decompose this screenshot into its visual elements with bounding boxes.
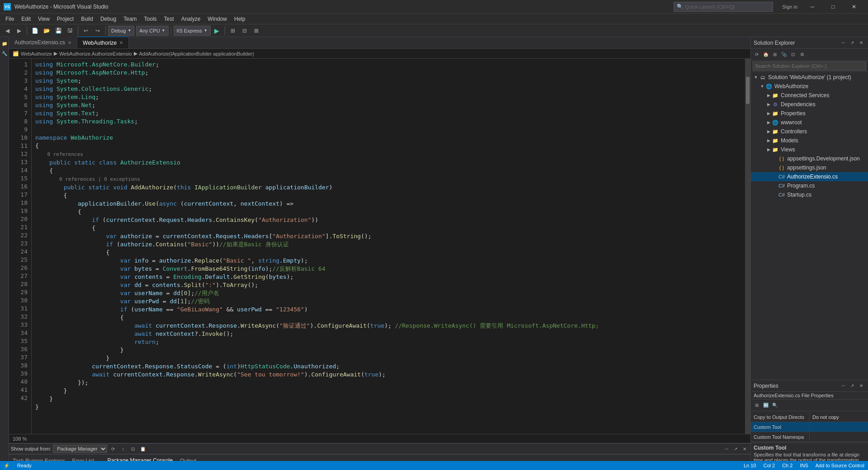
se-tb-btn3[interactable]: ⊞ (771, 51, 779, 59)
se-tb-btn5[interactable]: ⊡ (789, 51, 797, 59)
output-btn4[interactable]: 📋 (139, 445, 147, 453)
app-label: appsettings.json (787, 164, 826, 171)
prop-minimize-btn[interactable]: ─ (839, 382, 847, 390)
tree-properties[interactable]: ▶ 📁 Properties (751, 109, 868, 118)
platform-dropdown[interactable]: Any CPU ▼ (136, 26, 168, 36)
menu-file[interactable]: File (2, 14, 18, 24)
output-float-btn[interactable]: ↗ (731, 445, 740, 453)
run-btn[interactable]: ▶ (212, 25, 222, 36)
tab-close[interactable]: ✕ (68, 40, 71, 45)
output-close-btn[interactable]: ✕ (741, 445, 749, 453)
menu-view[interactable]: View (34, 14, 53, 24)
minimize-button[interactable]: ─ (802, 0, 823, 14)
code-content[interactable]: using Microsoft.AspNetCore.Builder; usin… (32, 59, 745, 434)
cs-label: Connected Services (781, 92, 829, 99)
solution-explorer-icon[interactable]: 📁 (0, 39, 9, 48)
status-source-control[interactable]: ⚡ (4, 463, 10, 469)
tab-authorize-extensio[interactable]: AuthorizeExtensio.cs ✕ (9, 37, 77, 48)
tree-models[interactable]: ▶ 📁 Models (751, 136, 868, 145)
tree-project[interactable]: ▼ 🌐 WebAuthorize (751, 82, 868, 91)
tb-extra-btn3[interactable]: ⊠ (251, 25, 262, 36)
tb-new-btn[interactable]: 📄 (29, 25, 40, 36)
breadcrumb-method[interactable]: AddAuthorize(IApplicationBuilder applica… (139, 51, 254, 56)
output-btn1[interactable]: ⟳ (109, 445, 117, 453)
tree-appsettings-dev[interactable]: ▶ { } appsettings.Development.json (751, 154, 868, 163)
app-icon: { } (778, 164, 785, 171)
tree-views[interactable]: ▶ 📁 Views (751, 145, 868, 154)
ae-label: AuthorizeExtensio.cs (787, 174, 838, 180)
tree-program[interactable]: ▶ C# Program.cs (751, 181, 868, 190)
menu-analyze[interactable]: Analyze (178, 14, 204, 24)
se-close-btn[interactable]: ✕ (857, 39, 865, 47)
tree-dependencies[interactable]: ▶ ⚙ Dependencies (751, 100, 868, 109)
prop-row-custom-tool: Custom Tool (751, 422, 868, 432)
output-minimize-btn[interactable]: ─ (722, 445, 731, 453)
menu-project[interactable]: Project (53, 14, 77, 24)
server-dropdown[interactable]: IIS Express ▼ (174, 26, 211, 36)
app-icon: VS (4, 3, 11, 10)
tb-undo-btn[interactable]: ↩ (80, 25, 91, 36)
tab-webauthorize[interactable]: WebAuthorize ✕ (77, 37, 129, 48)
tree-startup[interactable]: ▶ C# Startup.cs (751, 190, 868, 199)
tb-back-btn[interactable]: ◀ (2, 25, 13, 36)
tree-solution[interactable]: ▼ 🗂 Solution 'WebAuthorize' (1 project) (751, 73, 868, 82)
se-float-btn[interactable]: ↗ (848, 39, 856, 47)
zoom-level[interactable]: 108 % (13, 436, 27, 442)
solution-arrow: ▼ (753, 75, 759, 80)
close-button[interactable]: ✕ (844, 0, 864, 14)
se-collapse-btn[interactable]: ─ (839, 39, 847, 47)
se-tb-btn6[interactable]: ⚙ (798, 51, 806, 59)
window-controls: ─ □ ✕ (802, 0, 864, 14)
se-tb-btn2[interactable]: 🏠 (762, 51, 770, 59)
server-label: IIS Express (177, 28, 202, 33)
output-btn2[interactable]: ↕ (119, 445, 127, 453)
menu-team[interactable]: Team (120, 14, 140, 24)
tb-forward-btn[interactable]: ▶ (14, 25, 24, 36)
output-btn3[interactable]: ⊡ (129, 445, 137, 453)
breadcrumb-class[interactable]: WebAuthorize.AuthorizeExtensio (59, 51, 132, 56)
se-tb-btn1[interactable]: ⟳ (753, 51, 761, 59)
vertical-scrollbar[interactable] (745, 59, 750, 434)
solution-tree: ▼ 🗂 Solution 'WebAuthorize' (1 project) … (751, 72, 868, 380)
prop-close-btn[interactable]: ✕ (857, 382, 865, 390)
tb-extra-btn2[interactable]: ⊟ (239, 25, 250, 36)
props-arrow: ▶ (765, 111, 772, 116)
tb-save-btn[interactable]: 💾 (53, 25, 64, 36)
menu-tools[interactable]: Tools (141, 14, 160, 24)
prop-tb-alpha-btn[interactable]: 🔤 (762, 401, 770, 409)
tree-wwwroot[interactable]: ▶ 🌐 wwwroot (751, 118, 868, 127)
sign-in-button[interactable]: Sign in (782, 4, 797, 9)
breadcrumb-icon: 🗂️ (13, 51, 19, 56)
toolbox-icon[interactable]: 🔧 (0, 49, 9, 58)
tree-authorize-extensio[interactable]: ▶ C# AuthorizeExtensio.cs (751, 172, 868, 181)
se-search-input[interactable] (753, 61, 866, 70)
prop-tb-search-btn[interactable]: 🔍 (771, 401, 779, 409)
prop-row-copy: Copy to Output Directo Do not copy (751, 412, 868, 422)
tb-open-btn[interactable]: 📂 (41, 25, 52, 36)
breadcrumb-project[interactable]: WebAuthorize (21, 51, 52, 56)
prop-tb-grid-btn[interactable]: ⊞ (753, 401, 761, 409)
menu-build[interactable]: Build (77, 14, 97, 24)
output-source-select[interactable]: Package Manager (53, 445, 107, 453)
prop-copy-name: Copy to Output Directo (751, 412, 810, 422)
se-tb-btn4[interactable]: 📎 (780, 51, 788, 59)
search-box[interactable]: 🔍 Quick Launch (Ctrl+Q) (674, 2, 773, 12)
tb-extra-btn1[interactable]: ⊞ (227, 25, 238, 36)
menu-test[interactable]: Test (160, 14, 178, 24)
config-dropdown[interactable]: Debug ▼ (108, 26, 134, 36)
menu-help[interactable]: Help (231, 14, 249, 24)
editor-container: AuthorizeExtensio.cs ✕ WebAuthorize ✕ 🗂️… (9, 37, 750, 470)
menu-debug[interactable]: Debug (97, 14, 120, 24)
tab-active-close[interactable]: ✕ (119, 40, 123, 45)
tb-save-all-btn[interactable]: 🖫 (65, 25, 75, 36)
tree-controllers[interactable]: ▶ 📁 Controllers (751, 127, 868, 136)
status-add-source-control[interactable]: Add to Source Control (816, 463, 864, 468)
menu-edit[interactable]: Edit (18, 14, 34, 24)
tree-appsettings[interactable]: ▶ { } appsettings.json (751, 163, 868, 172)
maximize-button[interactable]: □ (823, 0, 844, 14)
tree-connected-services[interactable]: ▶ 📁 Connected Services (751, 91, 868, 100)
prop-copy-value[interactable]: Do not copy (810, 414, 868, 420)
prop-float-btn[interactable]: ↗ (848, 382, 856, 390)
menu-window[interactable]: Window (204, 14, 231, 24)
tb-redo-btn[interactable]: ↪ (92, 25, 103, 36)
